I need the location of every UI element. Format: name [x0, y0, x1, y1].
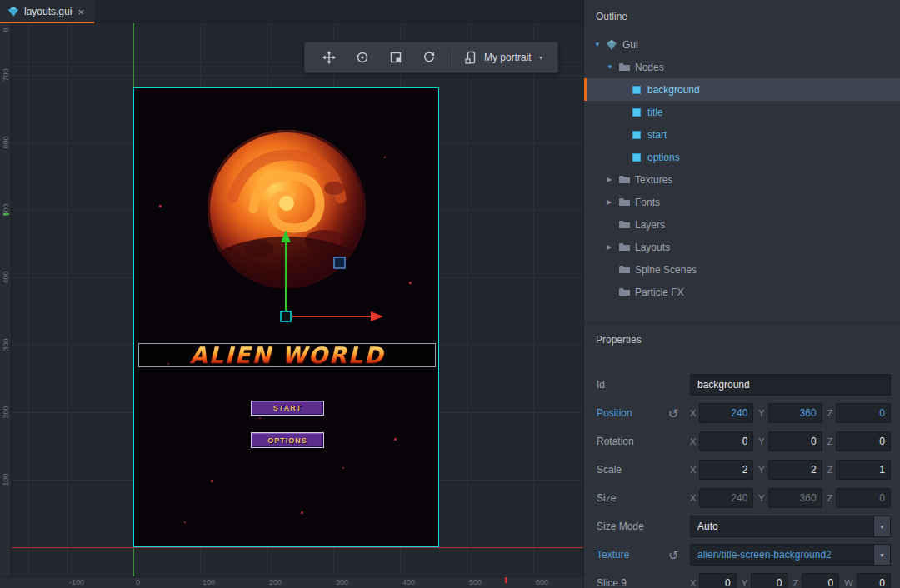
- size-y-input[interactable]: [768, 488, 822, 508]
- gui-scene-background-node[interactable]: ALIEN WORLD START OPTIONS: [133, 87, 439, 547]
- horizontal-ruler: -100 0 100 200 300 400 500 600: [0, 576, 583, 588]
- folder-icon: [618, 197, 630, 208]
- slice9-w-input[interactable]: [857, 573, 891, 588]
- outline-item-spine-scenes[interactable]: ▶ Spine Scenes: [584, 258, 900, 281]
- outline-item-label: Textures: [635, 174, 672, 186]
- folder-icon: [618, 62, 630, 73]
- rotation-y-input[interactable]: [768, 431, 822, 451]
- outline-item-nodes[interactable]: ▼ Nodes: [584, 56, 900, 78]
- size-x-input[interactable]: [699, 488, 753, 508]
- position-z-input[interactable]: [836, 403, 891, 423]
- ruler-label: 300: [336, 578, 348, 586]
- chevron-down-icon: ▼: [873, 516, 890, 536]
- x-axis-line: [12, 547, 583, 548]
- axis-x-label: X: [690, 578, 696, 588]
- box-node-icon: [631, 84, 642, 96]
- reset-texture-icon[interactable]: ↺: [668, 549, 679, 561]
- size-z-input[interactable]: [836, 488, 891, 508]
- outline-item-layers[interactable]: ▶ Layers: [584, 213, 900, 236]
- axis-x-label: X: [690, 465, 696, 475]
- chevron-down-icon: ▼: [873, 545, 890, 565]
- star-dot: [394, 438, 397, 441]
- gui-scene-title-node[interactable]: ALIEN WORLD: [138, 343, 436, 367]
- axis-y-label: Y: [758, 408, 764, 418]
- caret-collapsed-icon[interactable]: ▶: [607, 198, 618, 206]
- scale-x-input[interactable]: [699, 460, 753, 480]
- slice9-z-input[interactable]: [802, 573, 839, 588]
- slice9-y-input[interactable]: [751, 573, 788, 588]
- outline-item-label: Layers: [635, 219, 665, 231]
- defold-editor: layouts.gui ×: [0, 0, 900, 588]
- size-mode-label: Size Mode: [597, 521, 668, 532]
- outline-item-textures[interactable]: ▶ Textures: [584, 168, 900, 191]
- ruler-label: 700: [2, 68, 10, 81]
- reset-position-icon[interactable]: ↺: [668, 407, 679, 420]
- ruler-label: 600: [536, 578, 548, 586]
- folder-icon: [618, 287, 630, 298]
- outline-item-label: Layouts: [635, 242, 670, 253]
- outline-item-label: background: [648, 84, 700, 96]
- outline-item-fonts[interactable]: ▶ Fonts: [584, 191, 900, 213]
- rotation-z-input[interactable]: [836, 431, 891, 451]
- rotation-x-input[interactable]: [699, 431, 753, 451]
- axis-z-label: Z: [828, 493, 833, 503]
- outline-item-label: Fonts: [635, 197, 660, 208]
- scale-z-input[interactable]: [836, 460, 891, 480]
- caret-collapsed-icon[interactable]: ▶: [607, 243, 618, 251]
- axis-w-label: W: [844, 578, 852, 588]
- slice9-label: Slice 9: [597, 577, 668, 588]
- slice9-x-input[interactable]: [699, 573, 736, 588]
- rotate-tool-button[interactable]: [348, 45, 377, 70]
- outline-item-background[interactable]: ▶ background: [584, 78, 900, 101]
- layout-selector-label: My portrait: [484, 52, 532, 63]
- gui-scene-start-node[interactable]: START: [251, 401, 324, 416]
- outline-item-layouts[interactable]: ▶ Layouts: [584, 236, 900, 258]
- tab-close-icon[interactable]: ×: [78, 6, 84, 18]
- ruler-cursor-tick: [3, 213, 9, 215]
- scale-tool-button[interactable]: [382, 45, 410, 70]
- move-tool-button[interactable]: [315, 45, 343, 70]
- outline-item-start[interactable]: ▶ start: [584, 123, 900, 146]
- box-node-icon: [631, 129, 642, 141]
- editor-viewport-area: ALIEN WORLD START OPTIONS: [0, 23, 583, 588]
- star-dot: [384, 157, 386, 158]
- star-dot: [259, 417, 261, 419]
- options-button-text: OPTIONS: [268, 436, 308, 445]
- folder-icon: [618, 264, 630, 276]
- outline-item-options[interactable]: ▶ options: [584, 146, 900, 168]
- position-y-input[interactable]: [768, 403, 822, 423]
- outline-item-title[interactable]: ▶ title: [584, 101, 900, 123]
- properties-panel: Properties Id Position ↺ X Y Z Rotation: [584, 322, 900, 588]
- vertical-ruler: 8 700 600 500 400 300 200 100: [0, 23, 12, 576]
- size-mode-value: Auto: [691, 521, 873, 532]
- ruler-label: 600: [2, 136, 10, 148]
- caret-collapsed-icon[interactable]: ▶: [607, 176, 618, 183]
- folder-icon: [618, 242, 630, 253]
- size-mode-dropdown[interactable]: Auto ▼: [690, 516, 891, 537]
- reset-camera-button[interactable]: [415, 45, 443, 70]
- id-input[interactable]: [690, 374, 891, 396]
- outline-item-gui[interactable]: ▼ Gui: [584, 33, 900, 56]
- scene-canvas[interactable]: ALIEN WORLD START OPTIONS: [12, 23, 583, 576]
- gui-scene-options-node[interactable]: OPTIONS: [251, 432, 324, 448]
- portrait-layout-icon: [464, 51, 478, 64]
- texture-dropdown[interactable]: alien/title-screen-background2 ▼: [690, 544, 891, 566]
- axis-x-label: X: [690, 436, 696, 446]
- caret-expanded-icon[interactable]: ▼: [594, 41, 606, 48]
- axis-y-label: Y: [758, 436, 764, 446]
- ruler-label: 200: [269, 578, 282, 586]
- star-dot: [301, 511, 303, 514]
- scale-label: Scale: [597, 464, 668, 476]
- tab-layouts-gui[interactable]: layouts.gui ×: [0, 0, 94, 23]
- scale-y-input[interactable]: [768, 460, 822, 480]
- caret-expanded-icon[interactable]: ▼: [607, 63, 618, 71]
- tab-bar: layouts.gui ×: [0, 0, 583, 23]
- star-dot: [184, 521, 186, 523]
- outline-item-label: Particle FX: [635, 287, 684, 298]
- property-row-texture: Texture ↺ alien/title-screen-background2…: [597, 544, 891, 566]
- property-row-size-mode: Size Mode Auto ▼: [597, 516, 891, 537]
- ruler-label: 0: [136, 578, 140, 586]
- layout-selector-dropdown[interactable]: My portrait ▼: [461, 51, 548, 64]
- position-x-input[interactable]: [699, 403, 753, 423]
- outline-item-particle-fx[interactable]: ▶ Particle FX: [584, 281, 900, 303]
